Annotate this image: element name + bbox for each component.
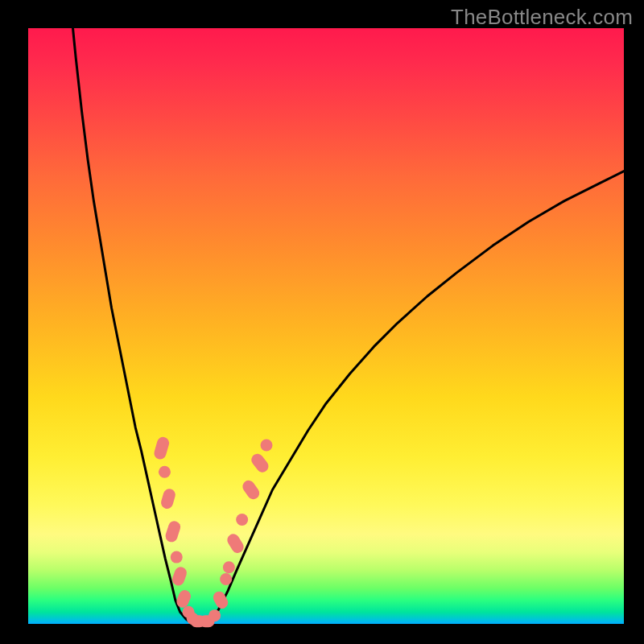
data-marker-dot xyxy=(261,440,273,452)
curve-group xyxy=(73,28,625,623)
data-marker-dot xyxy=(208,609,221,621)
data-marker-dot xyxy=(220,573,232,585)
data-marker-pill xyxy=(153,436,171,460)
data-marker-pill xyxy=(240,478,262,502)
chart-frame: TheBottleneck.com xyxy=(0,0,644,644)
watermark-text: TheBottleneck.com xyxy=(451,5,633,30)
data-marker-pill xyxy=(164,519,182,543)
data-marker-dot xyxy=(171,551,183,564)
plot-area xyxy=(28,28,624,624)
curve-svg xyxy=(28,28,624,624)
data-marker-pill xyxy=(225,531,246,555)
data-marker-dot xyxy=(159,466,171,478)
bottleneck-curve xyxy=(73,28,625,623)
data-marker-pill xyxy=(249,452,270,475)
data-marker-dot xyxy=(223,561,235,573)
data-marker-pill xyxy=(171,565,188,587)
data-marker-dot xyxy=(236,514,248,526)
data-marker-pill xyxy=(159,487,176,510)
